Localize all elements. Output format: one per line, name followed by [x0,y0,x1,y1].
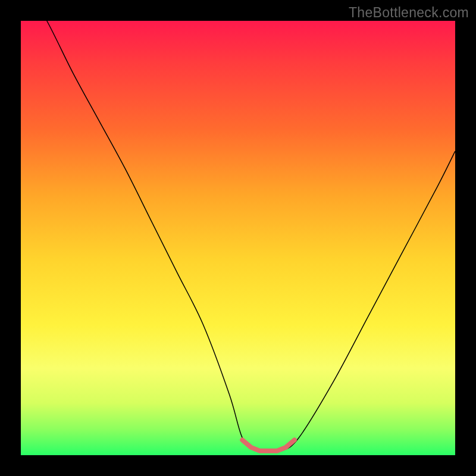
watermark-text: TheBottleneck.com [349,5,469,21]
chart-frame: TheBottleneck.com [0,0,476,476]
optimal-band-path [242,440,295,450]
bottleneck-curve-path [21,0,455,452]
plot-area [21,21,455,455]
chart-svg [21,21,455,455]
